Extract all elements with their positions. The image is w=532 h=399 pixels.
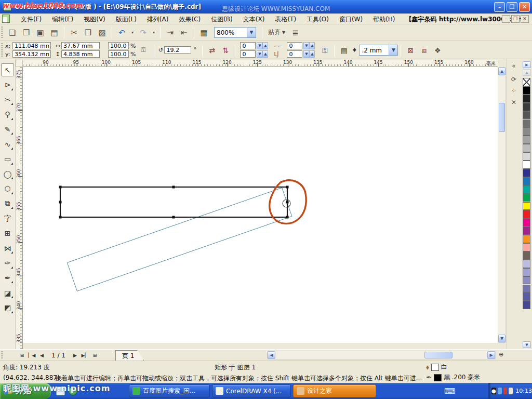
text-wrap-button[interactable]: ▤ xyxy=(338,44,350,57)
basic-shapes-tool[interactable]: ⧉ xyxy=(1,197,14,210)
doc-minimize-button[interactable]: – xyxy=(502,15,510,23)
transform-rotate-icon[interactable]: ⟳ xyxy=(509,75,519,84)
menu-item[interactable]: 窗口(W) xyxy=(334,14,368,24)
selection-handle[interactable] xyxy=(172,186,175,189)
text-tool[interactable]: 字 xyxy=(1,212,14,225)
doc-restore-button[interactable]: ❐ xyxy=(511,15,520,23)
color-swatch[interactable] xyxy=(523,251,530,260)
color-swatch[interactable] xyxy=(523,185,530,194)
taskbar-task-button[interactable]: CorelDRAW X4 (... xyxy=(212,384,291,397)
color-swatch[interactable] xyxy=(523,285,530,293)
scroll-up-icon[interactable]: ▲ xyxy=(498,68,506,75)
new-button[interactable]: ❏ xyxy=(6,26,19,39)
outline-width-dropdown-icon[interactable]: ▼ xyxy=(389,45,397,55)
to-front-button[interactable]: ⊠ xyxy=(404,44,417,57)
page-tab[interactable]: 页 1 xyxy=(115,350,144,361)
eyedropper-tool[interactable]: ✑ xyxy=(1,257,14,270)
color-swatch[interactable] xyxy=(523,243,530,251)
vertical-scroll-thumb[interactable] xyxy=(499,103,505,132)
transform-position-icon[interactable]: ⁘ xyxy=(509,86,519,96)
color-swatch[interactable] xyxy=(523,202,530,210)
spinner-up-icon[interactable]: ▲ xyxy=(309,50,315,58)
menu-item[interactable]: 编辑(E) xyxy=(47,14,78,24)
spinner-down-icon[interactable]: ▼ xyxy=(303,42,309,49)
color-swatch[interactable] xyxy=(523,136,530,144)
selection-handle[interactable] xyxy=(286,201,289,204)
undo-button[interactable]: ↶ xyxy=(115,26,128,39)
zoom-dropdown-icon[interactable]: ▼ xyxy=(247,28,256,37)
mirror-horizontal-button[interactable]: ⇄ xyxy=(206,44,218,57)
freehand-tool[interactable]: ✎ xyxy=(1,123,14,136)
ime-tray-icon[interactable] xyxy=(509,388,513,394)
selection-handle[interactable] xyxy=(59,216,62,219)
vertical-scrollbar[interactable]: ▲ ▼ xyxy=(498,67,506,343)
color-swatch[interactable] xyxy=(523,86,530,95)
qq-tray-icon[interactable]: ● xyxy=(491,388,496,394)
color-swatch[interactable] xyxy=(523,301,530,309)
fill-tool[interactable]: ◪ xyxy=(1,286,14,299)
selection-handle[interactable] xyxy=(172,216,175,219)
ellipse-tool[interactable]: ◯ xyxy=(1,167,14,180)
color-swatch[interactable] xyxy=(523,194,530,202)
import-button[interactable]: ⇥ xyxy=(164,26,177,39)
export-button[interactable]: ⇤ xyxy=(178,26,191,39)
menu-item[interactable]: 视图(V) xyxy=(78,14,111,24)
docker-collapse-button[interactable]: « xyxy=(509,61,519,71)
y-position-input[interactable] xyxy=(12,50,51,58)
scale-y-input[interactable] xyxy=(108,50,129,58)
menu-item[interactable]: 效果(C) xyxy=(174,14,206,24)
color-swatch[interactable] xyxy=(523,210,530,218)
spinner-up-icon[interactable]: ▲ xyxy=(262,42,268,49)
x-position-input[interactable] xyxy=(12,42,51,49)
doc-close-button[interactable]: ✕ xyxy=(521,15,529,23)
selection-handle[interactable] xyxy=(59,186,62,189)
selection-handle[interactable] xyxy=(286,216,289,219)
polygon-tool[interactable]: ⬡ xyxy=(1,182,14,195)
quick-launch-icon-2[interactable] xyxy=(69,387,77,395)
corner-radius-tl-input[interactable] xyxy=(240,42,256,49)
outline-pen-tool[interactable]: ✒ xyxy=(1,271,14,284)
add-page-button-2[interactable]: ⊞ xyxy=(90,351,99,360)
selected-rectangle[interactable] xyxy=(60,187,287,217)
menu-item[interactable]: 文本(X) xyxy=(238,14,270,24)
color-swatch[interactable] xyxy=(523,103,530,111)
menu-item[interactable]: 文件(F) xyxy=(16,14,47,24)
scroll-down-icon[interactable]: ▼ xyxy=(498,335,506,342)
redo-button[interactable]: ↷ xyxy=(137,26,150,39)
horizontal-scrollbar[interactable]: ◀ ▶ xyxy=(267,351,496,360)
corner-radius-tr-input[interactable] xyxy=(287,42,302,49)
save-button[interactable]: ▣ xyxy=(34,26,47,39)
spinner-down-icon[interactable]: ▼ xyxy=(257,42,262,49)
spinner-up-icon[interactable]: ▲ xyxy=(309,42,315,49)
color-swatch[interactable] xyxy=(523,95,530,103)
palette-scroll-up-icon[interactable]: ▲ xyxy=(523,69,531,76)
scroll-left-icon[interactable]: ◀ xyxy=(268,351,275,359)
taskbar-task-active[interactable]: 设计之家 xyxy=(293,384,376,397)
snap-to-button[interactable]: 贴齐▼ xyxy=(265,26,288,39)
spinner-up-icon[interactable]: ▲ xyxy=(262,50,268,58)
next-page-button[interactable]: ▶ xyxy=(71,351,79,360)
mirror-vertical-button[interactable]: ⇅ xyxy=(219,44,232,57)
color-swatch[interactable] xyxy=(523,119,530,128)
corner-radius-br-input[interactable] xyxy=(287,50,302,58)
add-page-button[interactable]: ⊞ xyxy=(18,351,26,360)
last-page-button[interactable]: ▶▏ xyxy=(81,351,89,360)
minimize-button[interactable]: – xyxy=(494,2,505,12)
quick-launch-icon-1[interactable] xyxy=(56,387,65,395)
color-swatch[interactable] xyxy=(523,227,530,235)
zoom-tool[interactable]: ⚲ xyxy=(1,108,14,121)
redo-dropdown[interactable]: ▾ xyxy=(151,26,157,39)
zoom-level-input[interactable] xyxy=(215,28,247,37)
copy-button[interactable]: ❒ xyxy=(82,26,95,39)
table-tool[interactable]: ⊞ xyxy=(1,227,14,240)
rectangle-tool[interactable]: ▭ xyxy=(1,153,14,166)
color-swatch[interactable] xyxy=(523,152,530,161)
corner-lock-icon[interactable]: ⚿ xyxy=(318,44,331,57)
corner-radius-bl-input[interactable] xyxy=(240,50,256,58)
pick-tool[interactable]: ↖ xyxy=(1,63,14,76)
color-swatch[interactable] xyxy=(523,268,530,276)
paste-button[interactable]: ▨ xyxy=(96,26,109,39)
first-page-button[interactable]: ▏◀ xyxy=(28,351,36,360)
zoom-document-button[interactable]: ⊕ xyxy=(497,351,506,360)
selection-handle[interactable] xyxy=(286,186,289,189)
